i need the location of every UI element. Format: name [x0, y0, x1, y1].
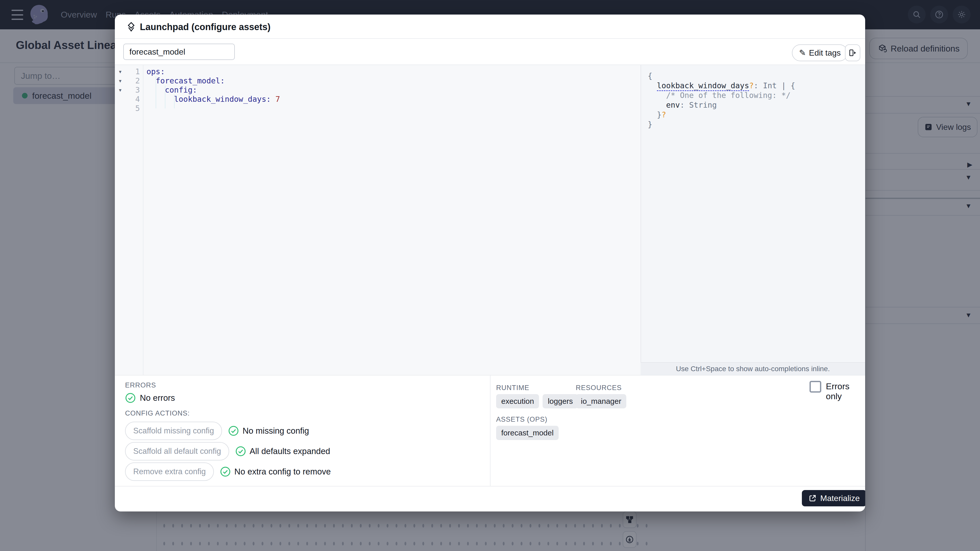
- config-action-status-text: No extra config to remove: [234, 467, 331, 476]
- edit-tags-label: Edit tags: [809, 48, 841, 58]
- edit-tags-button[interactable]: ✎ Edit tags: [792, 44, 848, 61]
- line-number: 4: [122, 95, 140, 104]
- line-number: 2: [122, 76, 140, 86]
- schema-optional-marker: ?: [749, 81, 754, 90]
- code-value: 7: [275, 95, 280, 103]
- resources-tags: io_manager: [576, 394, 626, 408]
- runtime-tags: execution loggers: [496, 394, 578, 408]
- runtime-heading: RUNTIME: [496, 384, 529, 392]
- check-circle-icon: [125, 392, 136, 403]
- scaffold-missing-config-button[interactable]: Scaffold missing config: [125, 422, 222, 440]
- launchpad-layers-icon: [126, 21, 137, 32]
- schema-line: }?: [657, 110, 666, 120]
- check-circle-icon: [220, 466, 231, 477]
- config-action-status: All defaults expanded: [235, 446, 330, 457]
- materialize-label: Materialize: [820, 494, 860, 503]
- dagster-app: Overview Runs Assets Automation Deployme…: [0, 0, 980, 551]
- assets-ops-tags: forecast_model: [496, 426, 558, 440]
- config-editor[interactable]: [115, 65, 641, 375]
- config-action-row: Scaffold all default config All defaults…: [125, 442, 330, 460]
- config-action-status-text: All defaults expanded: [250, 446, 330, 456]
- gutter-border: [143, 65, 143, 375]
- config-action-row: Scaffold missing config No missing confi…: [125, 422, 309, 440]
- launchpad-modal: Launchpad (configure assets) ✎ Edit tags…: [115, 14, 865, 511]
- check-circle-icon: [228, 426, 239, 436]
- tag-loggers: loggers: [542, 394, 578, 408]
- tag-forecast-model: forecast_model: [496, 426, 558, 440]
- tag-io-manager: io_manager: [576, 394, 626, 408]
- remove-extra-config-button[interactable]: Remove extra config: [125, 462, 214, 481]
- schema-type: : Int | {: [754, 81, 795, 90]
- errors-heading: ERRORS: [125, 381, 156, 389]
- line-number: 5: [122, 104, 140, 113]
- schema-key: env: [666, 100, 680, 110]
- code-line-2: forecast_model:: [156, 76, 225, 86]
- assets-ops-heading: ASSETS (OPS): [496, 416, 547, 424]
- modal-footer-divider: [115, 486, 865, 486]
- schema-comment: /* One of the following: */: [666, 91, 791, 100]
- resources-heading: RESOURCES: [576, 384, 622, 392]
- errors-status-text: No errors: [140, 393, 175, 403]
- line-number: 1: [122, 67, 140, 76]
- schema-type: : String: [680, 100, 717, 110]
- config-action-status: No extra config to remove: [220, 466, 331, 477]
- code-key: lookback_window_days:: [174, 95, 271, 103]
- config-actions-heading: CONFIG ACTIONS:: [125, 410, 190, 417]
- bottom-panel-divider: [490, 375, 490, 486]
- modal-header-divider: [115, 38, 865, 39]
- check-circle-icon: [235, 446, 246, 457]
- hint-text: Use Ctrl+Space to show auto-completions …: [676, 365, 830, 373]
- toggle-second-panel-button[interactable]: [845, 44, 860, 61]
- errors-status: No errors: [125, 392, 175, 403]
- tag-execution: execution: [496, 394, 539, 408]
- config-action-status: No missing config: [228, 426, 309, 436]
- line-number: 3: [122, 86, 140, 95]
- scaffold-all-default-config-button[interactable]: Scaffold all default config: [125, 442, 229, 460]
- schema-line: }: [648, 120, 652, 129]
- code-line-3: config:: [165, 86, 197, 95]
- schema-brace: }: [657, 110, 662, 119]
- schema-line: {: [648, 71, 652, 81]
- schema-line: env: String: [666, 100, 717, 110]
- pencil-icon: ✎: [799, 48, 806, 58]
- config-action-row: Remove extra config No extra config to r…: [125, 462, 331, 481]
- modal-title: Launchpad (configure assets): [140, 22, 270, 32]
- schema-key: lookback_window_days: [657, 81, 749, 90]
- split-panel-icon: [848, 48, 857, 57]
- config-action-status-text: No missing config: [242, 426, 309, 436]
- op-selector-input[interactable]: [123, 44, 235, 60]
- autocomplete-hint: Use Ctrl+Space to show auto-completions …: [641, 362, 865, 375]
- errors-only-checkbox[interactable]: [810, 381, 821, 392]
- materialize-button[interactable]: Materialize: [802, 490, 865, 507]
- schema-line: lookback_window_days?: Int | {: [657, 81, 795, 91]
- code-line-4: lookback_window_days: 7: [174, 95, 280, 104]
- external-link-icon: [808, 494, 817, 502]
- code-line-1: ops:: [146, 67, 165, 76]
- config-schema-panel: [641, 65, 865, 375]
- schema-optional-marker: ?: [662, 110, 666, 119]
- errors-only-label[interactable]: Errors only: [826, 381, 865, 401]
